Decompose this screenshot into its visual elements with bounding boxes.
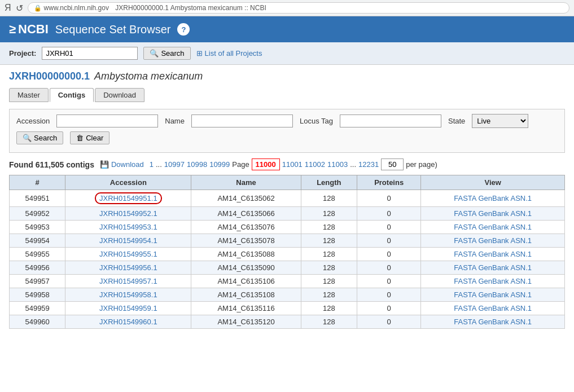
page-last[interactable]: 12231 [358,160,379,169]
view-link-genbank[interactable]: GenBank [478,194,509,202]
filter-row-1: Accession Name Locus Tag State Live Supp… [16,114,558,128]
cell-name: AM14_C6135106 [191,275,301,288]
cell-view: FASTA GenBank ASN.1 [421,190,565,207]
view-link-genbank[interactable]: GenBank [478,277,509,285]
view-link-genbank[interactable]: GenBank [478,318,509,326]
col-header-view: View [421,175,565,190]
list-all-projects-link[interactable]: ⊞ List of all Projects [196,49,262,58]
view-link-asn.1[interactable]: ASN.1 [511,209,532,218]
tab-master[interactable]: Master [9,88,49,102]
view-link-asn.1[interactable]: ASN.1 [511,223,532,231]
view-link-genbank[interactable]: GenBank [478,290,509,299]
cell-proteins: 0 [357,275,420,288]
accession-link[interactable]: JXRH01549953.1 [99,223,157,231]
list-projects-icon: ⊞ [196,49,203,58]
view-link-fasta[interactable]: FASTA [454,277,476,285]
page-10997[interactable]: 10997 [164,160,185,169]
view-link-asn.1[interactable]: ASN.1 [511,263,532,272]
table-row: 549959JXRH01549959.1AM14_C61351161280FAS… [10,302,565,315]
tab-download[interactable]: Download [95,88,144,102]
view-link-fasta[interactable]: FASTA [454,223,476,231]
view-link-fasta[interactable]: FASTA [454,318,476,326]
view-link-fasta[interactable]: FASTA [454,236,476,245]
back-button[interactable]: Я [5,3,11,13]
name-label: Name [165,117,185,125]
accession-input[interactable] [56,114,158,127]
project-bar: Project: 🔍 Search ⊞ List of all Projects [0,42,574,65]
accession-link-highlighted[interactable]: JXRH01549951.1 [95,192,162,204]
cell-num: 549957 [10,275,65,288]
accession-link[interactable]: JXRH00000000.1 [9,71,90,82]
view-link-fasta[interactable]: FASTA [454,250,476,258]
col-header-accession: Accession [65,175,191,190]
page-11001[interactable]: 11001 [282,160,303,169]
view-link-genbank[interactable]: GenBank [478,223,509,231]
col-header-num: # [10,175,65,190]
filter-clear-icon: 🗑 [76,134,84,142]
ncbi-header: ≥ NCBI Sequence Set Browser ? [0,16,574,42]
view-link-asn.1[interactable]: ASN.1 [511,290,532,299]
ncbi-logo[interactable]: ≥ NCBI [9,22,49,37]
app-title: Sequence Set Browser [55,23,171,36]
accession-link[interactable]: JXRH01549956.1 [99,263,157,272]
view-link-genbank[interactable]: GenBank [478,263,509,272]
view-link-asn.1[interactable]: ASN.1 [511,194,532,202]
name-input[interactable] [191,114,293,127]
accession-link[interactable]: JXRH01549955.1 [99,250,157,258]
page-first[interactable]: 1 [150,160,154,169]
results-download-link[interactable]: 💾 Download [100,160,144,169]
view-link-asn.1[interactable]: ASN.1 [511,318,532,326]
per-page-input[interactable] [381,158,404,170]
locus-tag-label: Locus Tag [300,117,333,125]
current-page-input[interactable] [252,158,280,170]
filter-search-button[interactable]: 🔍 Search [16,131,63,144]
view-link-genbank[interactable]: GenBank [478,236,509,245]
accession-link[interactable]: JXRH01549952.1 [99,209,157,218]
view-link-fasta[interactable]: FASTA [454,263,476,272]
refresh-button[interactable]: ↺ [16,3,23,14]
accession-link[interactable]: JXRH01549958.1 [99,290,157,299]
view-link-fasta[interactable]: FASTA [454,290,476,299]
accession-link[interactable]: JXRH01549959.1 [99,304,157,312]
page-10999[interactable]: 10999 [209,160,230,169]
view-link-asn.1[interactable]: ASN.1 [511,250,532,258]
table-row: 549958JXRH01549958.1AM14_C61351081280FAS… [10,288,565,302]
cell-num: 549958 [10,288,65,302]
cell-length: 128 [301,221,357,234]
download-icon: 💾 [100,160,109,169]
help-button[interactable]: ? [177,23,190,36]
state-select[interactable]: Live Suppressed Dead [472,114,528,128]
page-10998[interactable]: 10998 [187,160,207,169]
accession-link[interactable]: JXRH01549957.1 [99,277,157,285]
ellipsis-1: ... [156,160,162,169]
view-link-fasta[interactable]: FASTA [454,194,476,202]
cell-num: 549960 [10,315,65,329]
page-11002[interactable]: 11002 [305,160,325,169]
per-page-label: per page) [406,160,437,169]
cell-view: FASTA GenBank ASN.1 [421,221,565,234]
cell-name: AM14_C6135090 [191,261,301,275]
filter-clear-button[interactable]: 🗑 Clear [70,131,109,144]
view-link-asn.1[interactable]: ASN.1 [511,236,532,245]
cell-accession: JXRH01549953.1 [65,221,191,234]
cell-num: 549956 [10,261,65,275]
accession-link[interactable]: JXRH01549960.1 [99,318,157,326]
locus-tag-input[interactable] [340,114,441,127]
view-link-genbank[interactable]: GenBank [478,250,509,258]
tab-contigs[interactable]: Contigs [50,88,94,102]
table-row: 549954JXRH01549954.1AM14_C61350781280FAS… [10,234,565,248]
cell-name: AM14_C6135116 [191,302,301,315]
view-link-fasta[interactable]: FASTA [454,209,476,218]
view-link-asn.1[interactable]: ASN.1 [511,304,532,312]
page-11003[interactable]: 11003 [327,160,348,169]
view-link-asn.1[interactable]: ASN.1 [511,277,532,285]
view-link-fasta[interactable]: FASTA [454,304,476,312]
cell-length: 128 [301,190,357,207]
project-input[interactable] [42,47,138,60]
table-row: 549957JXRH01549957.1AM14_C61351061280FAS… [10,275,565,288]
project-search-button[interactable]: 🔍 Search [143,47,190,60]
view-link-genbank[interactable]: GenBank [478,304,509,312]
page-title-url: JXRH00000000.1 Ambystoma mexicanum :: NC… [115,4,266,12]
accession-link[interactable]: JXRH01549954.1 [99,236,157,245]
view-link-genbank[interactable]: GenBank [478,209,509,218]
